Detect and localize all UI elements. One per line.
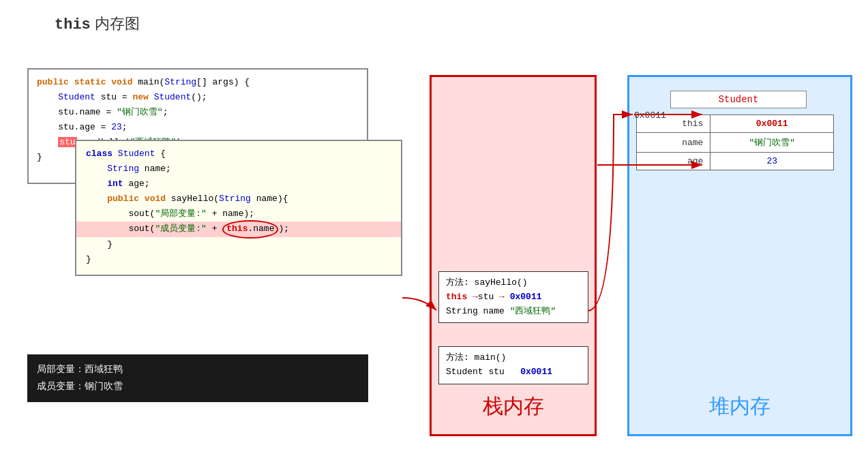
stack-memory-label: 栈内存 — [432, 393, 595, 421]
inner-line-3: int age; — [86, 177, 391, 192]
heap-field-name-value: "钢门吹雪" — [710, 133, 834, 153]
heap-field-this-value: 0x0011 — [710, 115, 834, 133]
frame-sayhello-title: 方法: sayHello() — [446, 276, 581, 290]
title-this-keyword: this — [55, 16, 91, 33]
output-box: 局部变量：西域狂鸭 成员变量：钢门吹雪 — [27, 354, 368, 402]
inner-line-8: } — [86, 252, 391, 267]
frame-main-title: 方法: main() — [446, 351, 581, 365]
frame-sayhello-name: String name "西域狂鸭" — [446, 305, 581, 319]
code-line-2: Student stu = new Student(); — [37, 90, 359, 105]
output-line-1: 局部变量：西域狂鸭 — [37, 361, 359, 378]
inner-line-7: } — [86, 237, 391, 252]
heap-memory-label: 堆内存 — [629, 393, 850, 421]
address-label: 0x0011 — [634, 110, 666, 121]
heap-table: this 0x0011 name "钢门吹雪" age 23 — [636, 115, 834, 170]
code-line-1: public static void main(String[] args) { — [37, 75, 359, 90]
heap-memory-area: Student this 0x0011 name "钢门吹雪" age 23 堆… — [627, 75, 852, 436]
frame-main-stu: Student stu 0x0011 — [446, 365, 581, 380]
heap-class-title: Student — [670, 91, 807, 108]
frame-sayhello-this: this →stu → 0x0011 — [446, 290, 581, 305]
heap-field-age-name: age — [637, 153, 710, 170]
inner-line-1: class Student { — [86, 147, 391, 162]
stack-frame-sayhello: 方法: sayHello() this →stu → 0x0011 String… — [438, 271, 588, 323]
stack-frame-main: 方法: main() Student stu 0x0011 — [438, 346, 588, 384]
heap-field-name-name: name — [637, 133, 710, 153]
heap-row-name: name "钢门吹雪" — [637, 133, 834, 153]
inner-line-2: String name; — [86, 162, 391, 177]
highlighted-code-line: sout("成员变量:" + this.name); — [76, 222, 401, 236]
page-title: this 内存图 — [55, 14, 140, 34]
output-line-2: 成员变量：钢门吹雪 — [37, 378, 359, 395]
inner-line-4: public void sayHello(String name){ — [86, 192, 391, 207]
code-line-4: stu.age = 23; — [37, 120, 359, 135]
heap-field-age-value: 23 — [710, 153, 834, 170]
inner-line-5: sout("局部变量:" + name); — [86, 207, 391, 222]
code-line-3: stu.name = "钢门吹雪"; — [37, 105, 359, 120]
heap-row-age: age 23 — [637, 153, 834, 170]
stack-memory-area: 方法: sayHello() this →stu → 0x0011 String… — [430, 75, 597, 436]
inner-code-box: class Student { String name; int age; pu… — [75, 140, 402, 276]
title-rest: 内存图 — [95, 15, 140, 32]
